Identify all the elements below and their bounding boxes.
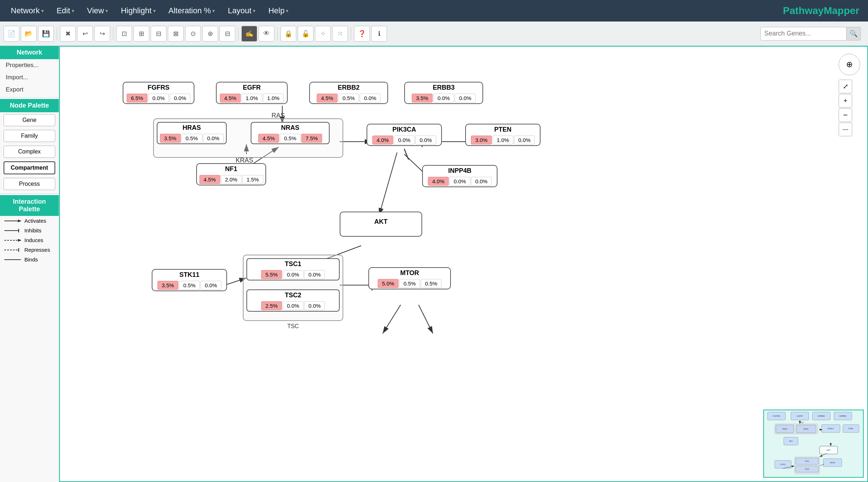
highlight-on-btn[interactable]: ✍ bbox=[241, 26, 257, 42]
help-btn[interactable]: ❓ bbox=[354, 26, 370, 42]
node-akt[interactable]: AKT bbox=[340, 212, 422, 237]
compass-control[interactable]: ⊕ bbox=[839, 54, 860, 75]
node-nf1[interactable]: NF1 4.5% 2.0% 1.5% bbox=[196, 163, 266, 185]
delete-button[interactable]: ✖ bbox=[60, 26, 76, 42]
node-egfr[interactable]: EGFR 4.5% 1.0% 1.0% bbox=[216, 82, 288, 104]
network-section-header: Network bbox=[0, 46, 59, 59]
new-button[interactable]: 📄 bbox=[4, 26, 19, 42]
svg-text:TSC1: TSC1 bbox=[805, 460, 810, 462]
layout-btn2[interactable]: ⊞ bbox=[133, 26, 149, 42]
node-fgfrs[interactable]: FGFRS 6.5% 0.0% 0.0% bbox=[123, 82, 194, 104]
info-btn[interactable]: ℹ bbox=[371, 26, 387, 42]
layout-btn6[interactable]: ⊛ bbox=[202, 26, 218, 42]
open-button[interactable]: 📂 bbox=[21, 26, 37, 42]
inpp4b-val2: 0.0% bbox=[471, 177, 492, 186]
dots2-btn[interactable]: ⁙ bbox=[332, 26, 348, 42]
node-nras[interactable]: NRAS 4.5% 0.5% 7.5% bbox=[251, 122, 330, 144]
unlock-btn[interactable]: 🔓 bbox=[298, 26, 313, 42]
menu-edit[interactable]: Edit ▾ bbox=[52, 4, 79, 18]
egfr-val1: 1.0% bbox=[241, 94, 262, 103]
undo-button[interactable]: ↩ bbox=[77, 26, 93, 42]
layout-btn7[interactable]: ⊟ bbox=[220, 26, 235, 42]
mtor-title: MTOR bbox=[397, 268, 422, 278]
svg-text:AKT: AKT bbox=[826, 449, 831, 451]
tsc1-val0: 5.5% bbox=[261, 270, 282, 279]
menu-network[interactable]: Network ▾ bbox=[6, 4, 49, 18]
menu-alteration-label: Alteration % bbox=[169, 6, 211, 15]
node-gene[interactable]: Gene bbox=[4, 114, 55, 126]
layout-btn3[interactable]: ⊟ bbox=[151, 26, 166, 42]
menu-layout[interactable]: Layout ▾ bbox=[223, 4, 260, 18]
fgfrs-values: 6.5% 0.0% 0.0% bbox=[125, 93, 192, 103]
minimap[interactable]: FGFRS EGFR ERBB2 ERBB3 HRAS NRAS RAS PIK… bbox=[763, 410, 864, 478]
search-button[interactable]: 🔍 bbox=[846, 27, 861, 41]
sidebar-export[interactable]: Export bbox=[0, 84, 59, 96]
node-erbb3[interactable]: ERBB3 3.5% 0.0% 0.0% bbox=[404, 82, 483, 104]
save-button[interactable]: 💾 bbox=[38, 26, 54, 42]
pten-val0: 3.0% bbox=[471, 136, 492, 145]
menu-alteration[interactable]: Alteration % ▾ bbox=[164, 4, 220, 18]
menu-view[interactable]: View ▾ bbox=[82, 4, 113, 18]
menu-view-chevron: ▾ bbox=[105, 8, 108, 14]
erbb2-val0: 4.5% bbox=[317, 94, 338, 103]
nras-val0: 4.5% bbox=[258, 134, 279, 143]
redo-button[interactable]: ↪ bbox=[94, 26, 110, 42]
sidebar-properties[interactable]: Properties... bbox=[0, 59, 59, 71]
erbb2-val2: 0.0% bbox=[360, 94, 381, 103]
dots-btn[interactable]: ⁘ bbox=[315, 26, 331, 42]
node-hras[interactable]: HRAS 3.5% 0.5% 0.0% bbox=[157, 122, 227, 144]
zoom-out2-btn[interactable]: −− bbox=[839, 123, 852, 136]
main-layout: Network Properties... Import... Export N… bbox=[0, 46, 868, 482]
inhibits-label: Inhibits bbox=[24, 227, 42, 233]
canvas-area[interactable]: FGFRS 6.5% 0.0% 0.0% EGFR 4.5% 1.0% 1.0%… bbox=[59, 46, 868, 482]
svg-text:NRAS: NRAS bbox=[803, 428, 809, 430]
node-inpp4b[interactable]: INPP4B 4.0% 0.0% 0.0% bbox=[422, 165, 497, 187]
node-compartment[interactable]: Compartment bbox=[4, 161, 55, 174]
layout-btn1[interactable]: ⊡ bbox=[116, 26, 132, 42]
node-pten[interactable]: PTEN 3.0% 1.0% 0.0% bbox=[465, 124, 541, 146]
erbb3-values: 3.5% 0.0% 0.0% bbox=[410, 93, 477, 103]
node-complex[interactable]: Complex bbox=[4, 146, 55, 158]
menu-help[interactable]: Help ▾ bbox=[263, 4, 293, 18]
interaction-activates[interactable]: Activates bbox=[0, 216, 59, 226]
egfr-values: 4.5% 1.0% 1.0% bbox=[218, 93, 285, 103]
node-tsc2[interactable]: TSC2 2.5% 0.0% 0.0% bbox=[246, 289, 340, 312]
menu-highlight[interactable]: Highlight ▾ bbox=[116, 4, 161, 18]
interaction-inhibits[interactable]: Inhibits bbox=[0, 226, 59, 235]
node-family[interactable]: Family bbox=[4, 130, 55, 142]
pten-values: 3.0% 1.0% 0.0% bbox=[470, 135, 536, 145]
nf1-val0: 4.5% bbox=[199, 175, 220, 184]
node-pik3ca[interactable]: PIK3CA 4.0% 0.0% 0.0% bbox=[367, 124, 442, 146]
lock-btn[interactable]: 🔒 bbox=[280, 26, 296, 42]
node-erbb2[interactable]: ERBB2 4.5% 0.5% 0.0% bbox=[309, 82, 388, 104]
tsc2-values: 2.5% 0.0% 0.0% bbox=[260, 301, 326, 311]
menu-layout-label: Layout bbox=[228, 6, 251, 15]
erbb3-title: ERBB3 bbox=[430, 82, 457, 93]
node-process[interactable]: Process bbox=[4, 178, 55, 190]
sidebar-import[interactable]: Import... bbox=[0, 71, 59, 84]
node-mtor[interactable]: MTOR 5.0% 0.5% 0.5% bbox=[368, 267, 451, 289]
activates-icon bbox=[4, 218, 22, 224]
layout-btn4[interactable]: ⊠ bbox=[168, 26, 184, 42]
mtor-val0: 5.0% bbox=[378, 279, 398, 288]
tsc2-val2: 0.0% bbox=[304, 301, 325, 310]
svg-text:PTEN: PTEN bbox=[848, 427, 853, 430]
interaction-binds[interactable]: Binds bbox=[0, 255, 59, 264]
node-tsc1[interactable]: TSC1 5.5% 0.0% 0.0% bbox=[246, 258, 340, 280]
interaction-represses[interactable]: Represses bbox=[0, 245, 59, 255]
svg-text:RAS: RAS bbox=[800, 421, 804, 424]
fgfrs-val0: 6.5% bbox=[127, 94, 147, 103]
tsc-group: TSC1 5.5% 0.0% 0.0% TSC2 2.5% 0.0% 0.0% … bbox=[243, 255, 343, 321]
zoom-fit-btn[interactable]: ⤢ bbox=[839, 80, 852, 93]
search-input[interactable] bbox=[760, 27, 846, 41]
zoom-in-btn[interactable]: + bbox=[839, 94, 852, 108]
sidebar: Network Properties... Import... Export N… bbox=[0, 46, 59, 482]
zoom-out-btn[interactable]: − bbox=[839, 108, 852, 122]
highlight-off-btn[interactable]: 👁 bbox=[259, 26, 274, 42]
interaction-induces[interactable]: Induces bbox=[0, 235, 59, 245]
node-stk11[interactable]: STK11 3.5% 0.5% 0.0% bbox=[152, 269, 227, 291]
search-box: 🔍 bbox=[760, 27, 861, 41]
svg-text:NF1: NF1 bbox=[789, 440, 793, 442]
layout-btn5[interactable]: ⊙ bbox=[185, 26, 201, 42]
pten-val1: 1.0% bbox=[492, 136, 513, 145]
